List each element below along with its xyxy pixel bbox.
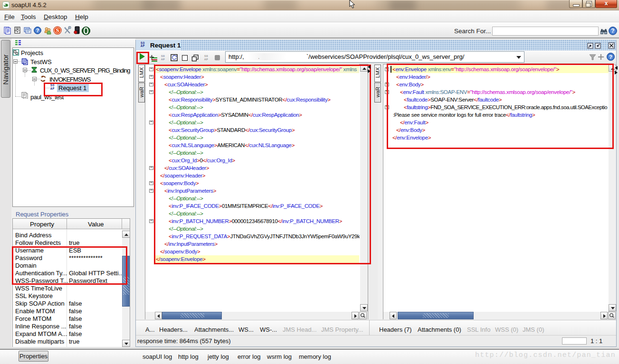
svg-text:?: ? xyxy=(609,54,612,60)
svg-text:?: ? xyxy=(611,28,614,34)
